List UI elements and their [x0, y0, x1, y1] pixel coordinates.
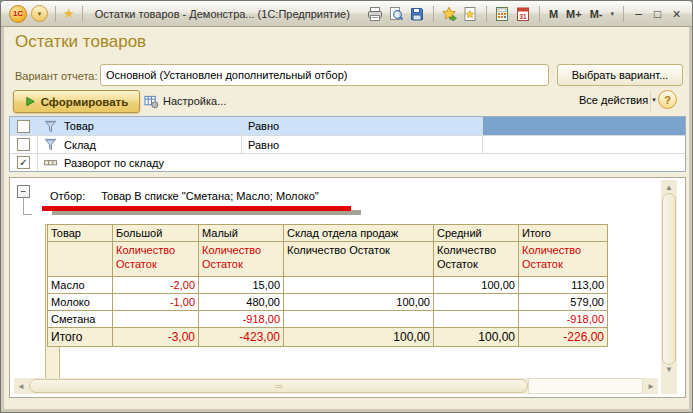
subheader-cell: [48, 242, 113, 277]
table-cell: -918,00: [519, 311, 608, 328]
table-cell: -918,00: [199, 311, 284, 328]
column-header: Итого: [519, 225, 608, 242]
scroll-left-icon[interactable]: ◄: [14, 378, 28, 394]
subheader-cell: Количество Остаток: [284, 242, 434, 277]
table-cell: [113, 311, 199, 328]
horizontal-scroll-track[interactable]: [528, 378, 643, 394]
filter-funnel-icon: [43, 119, 58, 134]
filter-row-tovar[interactable]: Товар Равно: [10, 117, 685, 135]
memory-plus-button[interactable]: M+: [564, 8, 584, 20]
1c-logo-icon[interactable]: 1С: [9, 5, 27, 23]
detail-rows-icon: [43, 155, 58, 170]
table-total-row: Итого -3,00 -423,00 100,00 100,00 -226,0…: [48, 328, 608, 347]
print-preview-icon[interactable]: [388, 5, 405, 22]
subheader-cell: Количество Остаток: [519, 242, 608, 277]
memory-minus-button[interactable]: M-: [588, 8, 605, 20]
table-row: Молоко -1,00 480,00 100,00 579,00: [48, 294, 608, 311]
checkbox-tovar[interactable]: [17, 120, 30, 133]
vertical-scroll-thumb[interactable]: [662, 193, 676, 365]
chevron-down-icon: ▾: [652, 96, 656, 104]
report-area: − Отбор:Товар В списке "Сметана; Масло; …: [9, 177, 686, 398]
divider: [650, 91, 651, 111]
settings-button[interactable]: Настройка...: [144, 91, 226, 111]
report-table: Товар Большой Малый Склад отдела продаж …: [47, 224, 608, 347]
table-cell: 100,00: [284, 294, 434, 311]
titlebar: 1С ▾ ★ Остатки товаров - Демонстра... (1…: [1, 1, 692, 27]
table-cell: [434, 311, 519, 328]
scroll-down-icon[interactable]: ▼: [661, 365, 677, 375]
close-button[interactable]: ×: [669, 6, 684, 22]
group-tree-line: [23, 198, 32, 215]
favorites-star-icon[interactable]: ★: [63, 6, 75, 22]
vertical-scrollbar[interactable]: ▲ ▼: [661, 180, 677, 378]
filter-value-cell[interactable]: [483, 117, 685, 135]
filter-funnel-icon: [43, 137, 58, 152]
checkbox-razvorot[interactable]: [17, 156, 30, 169]
table-cell: -423,00: [199, 328, 284, 347]
all-actions-button[interactable]: Все действия ▾: [579, 94, 656, 106]
separator: [623, 6, 624, 22]
table-cell: [284, 277, 434, 294]
table-subheader-row: Количество Остаток Количество Остаток Ко…: [48, 242, 608, 277]
page-title: Остатки товаров: [15, 32, 146, 52]
save-icon[interactable]: [409, 5, 426, 22]
table-cell: -3,00: [113, 328, 199, 347]
table-row: Сметана -918,00 -918,00: [48, 311, 608, 328]
maximize-button[interactable]: □: [650, 7, 665, 21]
chevron-down-icon[interactable]: ▾: [608, 10, 616, 18]
svg-text:31: 31: [520, 12, 528, 19]
subheader-cell: Количество Остаток: [434, 242, 519, 277]
column-header: Средний: [434, 225, 519, 242]
filter-label: Отбор:: [50, 190, 85, 202]
report-variant-label: Вариант отчета:: [15, 70, 98, 82]
filter-text: Товар В списке "Сметана; Масло; Молоко": [101, 190, 319, 202]
table-cell: 480,00: [199, 294, 284, 311]
generate-button[interactable]: Сформировать: [13, 90, 140, 113]
main-menu-dropdown-button[interactable]: ▾: [31, 5, 48, 22]
choose-variant-button[interactable]: Выбрать вариант...: [557, 64, 683, 86]
minimize-button[interactable]: –: [631, 7, 646, 21]
separator: [55, 6, 56, 22]
thumb-grip: [275, 385, 283, 388]
table-cell: 113,00: [519, 277, 608, 294]
table-cell: 579,00: [519, 294, 608, 311]
column-header: Товар: [48, 225, 113, 242]
favorites-list-icon[interactable]: [462, 5, 479, 22]
window-title: Остатки товаров - Демонстра... (1С:Предп…: [95, 8, 350, 20]
report-variant-input[interactable]: [100, 64, 549, 86]
table-header-row: Товар Большой Малый Склад отдела продаж …: [48, 225, 608, 242]
collapse-group-button[interactable]: −: [17, 185, 30, 198]
separator: [539, 6, 540, 22]
table-cell: 100,00: [434, 277, 519, 294]
table-cell: [434, 294, 519, 311]
table-row: Масло -2,00 15,00 100,00 113,00: [48, 277, 608, 294]
scroll-right-icon[interactable]: ►: [644, 378, 658, 394]
row-label: Сметана: [48, 311, 113, 328]
separator: [82, 6, 83, 22]
filter-row-sklad[interactable]: Склад Равно: [10, 135, 685, 153]
horizontal-scrollbar[interactable]: ◄ ►: [14, 378, 658, 394]
filter-row-razvorot[interactable]: Разворот по складу: [10, 153, 685, 171]
table-cell: -2,00: [113, 277, 199, 294]
add-to-favorites-icon[interactable]: [441, 5, 458, 22]
checkbox-sklad[interactable]: [17, 138, 30, 151]
help-button[interactable]: ?: [658, 90, 677, 109]
table-cell: 100,00: [434, 328, 519, 347]
settings-grid-gear-icon: [144, 94, 159, 109]
scroll-up-icon[interactable]: ▲: [661, 183, 677, 193]
table-cell: -1,00: [113, 294, 199, 311]
column-header: Склад отдела продаж: [284, 225, 434, 242]
subheader-cell: Количество Остаток: [199, 242, 284, 277]
row-label: Молоко: [48, 294, 113, 311]
table-cell: 15,00: [199, 277, 284, 294]
play-icon: [25, 96, 36, 107]
red-underline: [42, 206, 351, 211]
scrollbar-corner: [661, 378, 677, 394]
calendar-icon[interactable]: 31: [515, 5, 532, 22]
filter-value-cell[interactable]: [483, 136, 685, 153]
print-icon[interactable]: [367, 5, 384, 22]
memory-recall-button[interactable]: M: [547, 8, 560, 20]
calculator-icon[interactable]: [494, 5, 511, 22]
horizontal-scroll-thumb[interactable]: [29, 379, 528, 393]
filter-settings-table: Товар Равно Склад Равно Разворот по скла…: [9, 116, 686, 172]
